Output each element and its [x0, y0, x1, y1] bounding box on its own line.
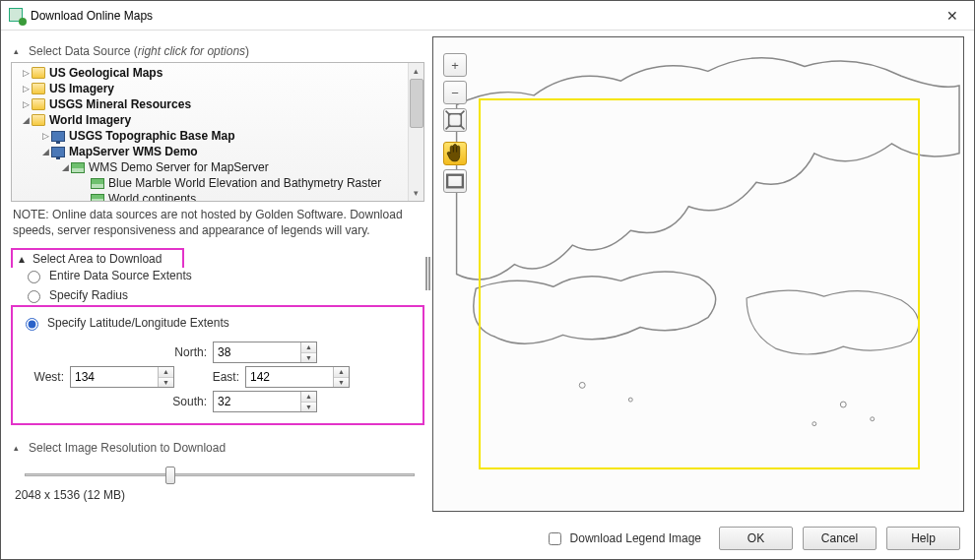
scroll-down-icon[interactable]: ▾ [409, 185, 423, 201]
spin-down-icon[interactable]: ▼ [159, 378, 173, 388]
tree-item[interactable]: ▷US Imagery [12, 81, 423, 96]
tree-item[interactable]: Blue Marble World Elevation and Bathymet… [12, 175, 423, 191]
monitor-icon [51, 131, 65, 142]
east-spinner[interactable]: ▲▼ [245, 366, 350, 388]
spin-up-icon[interactable]: ▲ [159, 367, 173, 378]
east-label: East: [200, 370, 239, 384]
zoom-in-button[interactable]: + [443, 53, 467, 77]
raster-icon [91, 178, 104, 189]
svg-rect-1 [447, 175, 463, 188]
titlebar: Download Online Maps ✕ [1, 1, 974, 31]
ok-button[interactable]: OK [719, 527, 793, 550]
chevron-right-icon[interactable]: ▷ [39, 128, 51, 144]
radio-specify-extents[interactable]: Specify Latitude/Longitude Extents [19, 313, 417, 333]
radio-extents-input[interactable] [26, 318, 38, 331]
section-resolution[interactable]: ▴ Select Image Resolution to Download [11, 437, 424, 459]
spin-down-icon[interactable]: ▼ [301, 353, 316, 363]
slider-track [25, 473, 415, 476]
north-label: North: [167, 345, 207, 359]
south-input[interactable] [214, 392, 300, 411]
chevron-up-icon: ▴ [19, 252, 25, 266]
chevron-down-icon[interactable]: ◢ [59, 159, 71, 175]
spin-up-icon[interactable]: ▲ [334, 367, 349, 378]
tree-item[interactable]: ◢WMS Demo Server for MapServer [12, 159, 423, 175]
app-icon [9, 8, 25, 24]
section-data-source[interactable]: ▴ Select Data Source (right click for op… [11, 40, 424, 62]
west-input[interactable] [71, 367, 158, 387]
cancel-button[interactable]: Cancel [803, 527, 877, 550]
scroll-thumb[interactable] [410, 79, 423, 128]
pan-button[interactable] [443, 142, 467, 165]
download-legend-checkbox[interactable] [549, 532, 561, 545]
tree-item[interactable]: ▷USGS Mineral Resources [12, 96, 423, 112]
download-legend-label: Download Legend Image [570, 531, 701, 545]
north-spinner[interactable]: ▲▼ [213, 342, 317, 363]
radio-radius-input[interactable] [28, 290, 40, 303]
chevron-down-icon[interactable]: ◢ [39, 144, 51, 159]
west-label: West: [29, 370, 64, 384]
chevron-right-icon[interactable]: ▷ [20, 81, 32, 96]
section-select-area-label: Select Area to Download [32, 252, 162, 266]
chevron-down-icon[interactable]: ◢ [20, 112, 32, 128]
radio-radius-label: Specify Radius [49, 288, 128, 302]
tree-item-label: World continents [108, 191, 196, 202]
hand-icon [444, 143, 466, 164]
window-title: Download Online Maps [31, 9, 153, 23]
spin-down-icon[interactable]: ▼ [301, 403, 316, 412]
south-spinner[interactable]: ▲▼ [213, 391, 317, 412]
splitter-handle[interactable] [425, 257, 431, 290]
note-text: NOTE: Online data sources are not hosted… [11, 202, 424, 248]
svg-rect-0 [449, 114, 462, 127]
radio-entire-input[interactable] [28, 271, 40, 283]
help-button[interactable]: Help [886, 527, 960, 550]
selection-rectangle[interactable] [479, 98, 920, 469]
map-preview[interactable]: + − [432, 36, 964, 512]
section-select-area[interactable]: ▴ Select Area to Download [11, 248, 184, 268]
spin-down-icon[interactable]: ▼ [334, 378, 349, 388]
tree-item[interactable]: ◢MapServer WMS Demo [12, 144, 423, 159]
tree-item[interactable]: ▷US Geological Maps [12, 65, 423, 81]
resolution-slider[interactable] [25, 465, 415, 486]
minus-icon: − [451, 86, 459, 100]
data-source-tree[interactable]: ▷US Geological Maps▷US Imagery▷USGS Mine… [11, 62, 424, 202]
zoom-out-button[interactable]: − [443, 81, 467, 104]
tree-scrollbar[interactable]: ▴ ▾ [408, 63, 423, 201]
tree-item-label: US Geological Maps [49, 65, 162, 81]
spin-up-icon[interactable]: ▲ [301, 392, 316, 403]
zoom-extents-button[interactable] [443, 108, 467, 132]
plus-icon: + [451, 58, 459, 73]
section-resolution-label: Select Image Resolution to Download [29, 441, 226, 455]
folder-icon [32, 98, 45, 110]
tree-item-label: USGS Mineral Resources [49, 96, 191, 112]
spin-up-icon[interactable]: ▲ [301, 342, 316, 353]
close-button[interactable]: ✕ [931, 1, 974, 31]
folder-icon [32, 83, 45, 94]
radio-extents-label: Specify Latitude/Longitude Extents [47, 316, 229, 330]
extents-icon [444, 109, 466, 131]
tree-item[interactable]: ◢World Imagery [12, 112, 423, 128]
east-input[interactable] [246, 367, 333, 387]
monitor-icon [51, 147, 65, 157]
chevron-right-icon[interactable]: ▷ [20, 65, 32, 81]
rectangle-select-button[interactable] [443, 169, 467, 193]
raster-icon [71, 162, 85, 173]
radio-entire-extents[interactable]: Entire Data Source Extents [11, 266, 424, 285]
raster-icon [91, 194, 104, 203]
slider-thumb[interactable] [165, 467, 175, 484]
tree-item[interactable]: ▷USGS Topographic Base Map [12, 128, 423, 144]
tree-item-label: WMS Demo Server for MapServer [89, 159, 269, 175]
tree-item-label: MapServer WMS Demo [69, 144, 198, 159]
download-legend-checkbox-row[interactable]: Download Legend Image [545, 529, 701, 548]
folder-icon [32, 114, 45, 126]
radio-specify-radius[interactable]: Specify Radius [11, 285, 424, 305]
tree-item[interactable]: World continents [12, 191, 423, 202]
section-label-part2: ) [245, 44, 249, 58]
rectangle-icon [444, 170, 466, 192]
scroll-up-icon[interactable]: ▴ [409, 63, 423, 79]
chevron-right-icon[interactable]: ▷ [20, 96, 32, 112]
north-input[interactable] [214, 342, 300, 362]
tree-item-label: US Imagery [49, 81, 114, 96]
chevron-up-icon: ▴ [11, 46, 21, 56]
section-label-hint: right click for options [138, 44, 245, 58]
west-spinner[interactable]: ▲▼ [70, 366, 174, 388]
